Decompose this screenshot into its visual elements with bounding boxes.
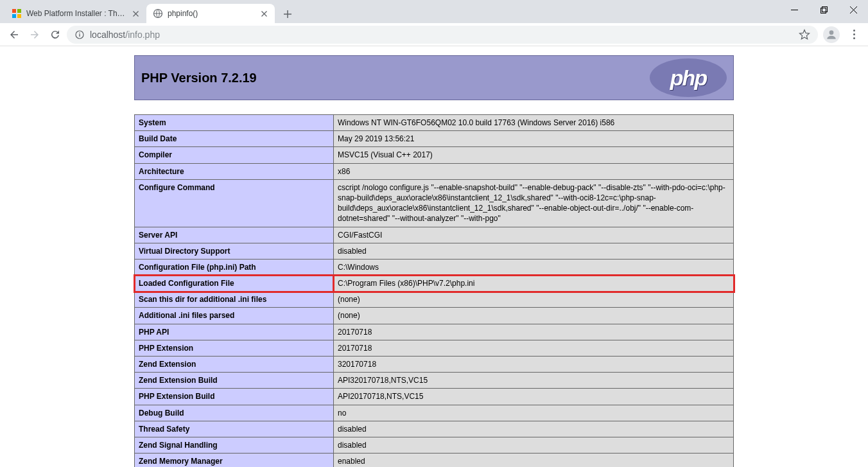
table-row: CompilerMSVC15 (Visual C++ 2017) [135,147,734,163]
bookmark-icon[interactable] [799,29,810,40]
row-key: Virtual Directory Support [135,243,334,259]
row-key: Build Date [135,131,334,147]
table-row: Server APICGI/FastCGI [135,227,734,243]
php-logo-text: php [670,66,706,91]
row-key: Zend Extension Build [135,373,334,389]
globe-icon [153,8,163,19]
profile-button[interactable] [823,26,840,43]
url-host: localhost/info.php [90,30,160,40]
table-row: Build DateMay 29 2019 13:56:21 [135,131,734,147]
close-button[interactable] [838,0,868,19]
row-value: disabled [334,421,734,437]
row-value: disabled [334,437,734,453]
tab-bar: Web Platform Installer : The Offic phpin… [0,0,868,23]
row-value: API20170718,NTS,VC15 [334,389,734,405]
row-value: 320170718 [334,357,734,373]
row-value: C:\Program Files (x86)\PHP\v7.2\php.ini [334,276,734,292]
php-logo: php [650,58,727,97]
svg-rect-5 [820,8,826,13]
menu-button[interactable] [845,30,863,39]
table-row: Zend Extension320170718 [135,357,734,373]
row-key: Architecture [135,163,334,179]
row-value: x86 [334,163,734,179]
table-row: SystemWindows NT WIN-GT6FO56QM02 10.0 bu… [135,115,734,131]
page-viewport[interactable]: PHP Version 7.2.19 php SystemWindows NT … [0,46,868,467]
row-key: PHP Extension [135,340,334,356]
table-row: Zend Signal Handlingdisabled [135,437,734,453]
row-value: CGI/FastCGI [334,227,734,243]
window-controls [779,0,868,19]
table-row: Thread Safetydisabled [135,421,734,437]
row-value: API320170718,NTS,VC15 [334,373,734,389]
svg-rect-3 [17,14,21,18]
svg-rect-6 [822,6,827,12]
forward-button[interactable] [26,26,44,44]
phpinfo-page: PHP Version 7.2.19 php SystemWindows NT … [134,55,734,467]
close-icon[interactable] [131,9,140,18]
row-value: Windows NT WIN-GT6FO56QM02 10.0 build 17… [334,115,734,131]
table-row: PHP Extension BuildAPI20170718,NTS,VC15 [135,389,734,405]
svg-point-10 [829,30,834,35]
row-key: Additional .ini files parsed [135,308,334,324]
svg-rect-0 [12,9,16,13]
row-key: Zend Memory Manager [135,454,334,467]
row-value: no [334,405,734,421]
table-row: Zend Memory Managerenabled [135,454,734,467]
tab-title: phpinfo() [168,9,255,18]
row-key: Loaded Configuration File [135,276,334,292]
back-button[interactable] [5,26,23,44]
row-key: Configure Command [135,179,334,227]
tab-inactive[interactable]: Web Platform Installer : The Offic [5,4,146,23]
row-value: C:\Windows [334,259,734,275]
svg-rect-2 [12,14,16,18]
row-key: Thread Safety [135,421,334,437]
table-row: PHP API20170718 [135,324,734,340]
page-title: PHP Version 7.2.19 [141,71,257,85]
table-row: Configuration File (php.ini) PathC:\Wind… [135,259,734,275]
tab-active[interactable]: phpinfo() [146,4,275,23]
row-key: Configuration File (php.ini) Path [135,259,334,275]
row-value: MSVC15 (Visual C++ 2017) [334,147,734,163]
info-icon[interactable] [74,30,85,40]
table-row: PHP Extension20170718 [135,340,734,356]
minimize-button[interactable] [779,0,809,19]
tab-title: Web Platform Installer : The Offic [26,9,126,18]
svg-rect-1 [17,9,21,13]
maximize-button[interactable] [809,0,838,19]
phpinfo-header: PHP Version 7.2.19 php [134,55,734,100]
row-key: Zend Signal Handling [135,437,334,453]
reload-button[interactable] [46,26,64,44]
row-value: May 29 2019 13:56:21 [334,131,734,147]
table-row: Additional .ini files parsed(none) [135,308,734,324]
ms-icon [12,8,22,19]
new-tab-button[interactable] [279,5,297,23]
row-key: Debug Build [135,405,334,421]
row-value: 20170718 [334,324,734,340]
table-row: Debug Buildno [135,405,734,421]
close-icon[interactable] [259,9,268,18]
row-value: cscript /nologo configure.js "--enable-s… [334,179,734,227]
row-key: PHP Extension Build [135,389,334,405]
address-bar[interactable]: localhost/info.php [67,26,818,44]
table-row: Scan this dir for additional .ini files(… [135,292,734,308]
table-row: Architecturex86 [135,163,734,179]
row-key: Server API [135,227,334,243]
row-key: Scan this dir for additional .ini files [135,292,334,308]
browser-chrome: Web Platform Installer : The Offic phpin… [0,0,868,46]
toolbar: localhost/info.php [0,23,868,46]
row-key: Zend Extension [135,357,334,373]
table-row: Virtual Directory Supportdisabled [135,243,734,259]
row-value: 20170718 [334,340,734,356]
svg-point-8 [79,32,80,33]
row-value: (none) [334,308,734,324]
table-row: Loaded Configuration FileC:\Program File… [135,276,734,292]
svg-rect-9 [79,34,80,37]
row-value: (none) [334,292,734,308]
row-key: Compiler [135,147,334,163]
row-key: System [135,115,334,131]
row-value: enabled [334,454,734,467]
row-key: PHP API [135,324,334,340]
table-row: Zend Extension BuildAPI320170718,NTS,VC1… [135,373,734,389]
table-row: Configure Commandcscript /nologo configu… [135,179,734,227]
row-value: disabled [334,243,734,259]
